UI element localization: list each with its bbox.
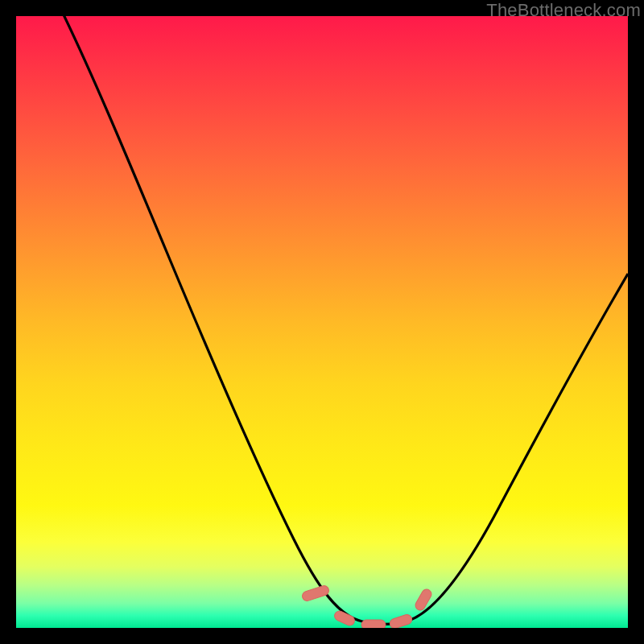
chart-svg	[16, 16, 628, 628]
marker-3	[361, 620, 386, 628]
marker-4	[389, 613, 413, 628]
svg-rect-3	[389, 613, 413, 628]
curve-path	[56, 16, 628, 625]
chart-frame	[16, 16, 628, 628]
watermark-text: TheBottleneck.com	[486, 0, 641, 21]
svg-rect-2	[361, 620, 386, 628]
marker-1	[301, 584, 330, 602]
markers-group	[301, 584, 433, 628]
svg-rect-0	[301, 584, 330, 602]
plot-area	[16, 16, 628, 628]
